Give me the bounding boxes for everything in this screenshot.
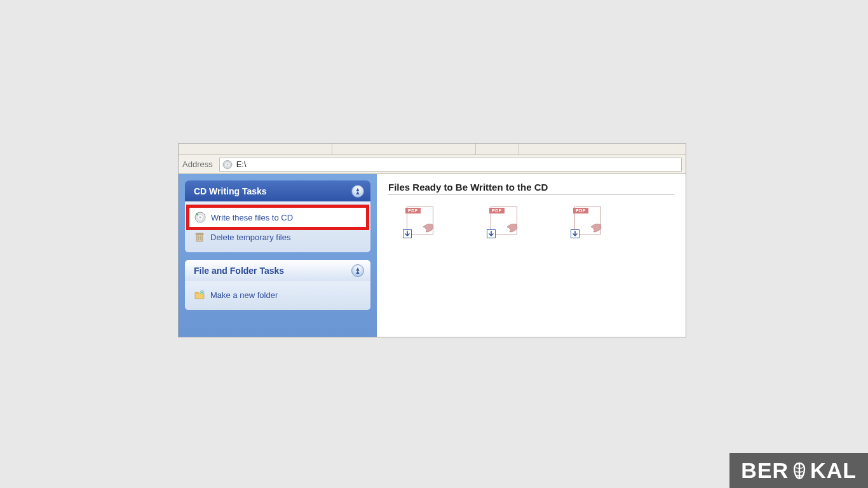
task-label: Make a new folder	[210, 290, 278, 300]
file-item[interactable]: PDF	[400, 207, 440, 237]
collapse-button[interactable]: ▲▲	[351, 264, 364, 277]
content-area: CD Writing Tasks ▲▲	[179, 174, 686, 337]
cd-writing-tasks-panel: CD Writing Tasks ▲▲	[185, 180, 370, 252]
pending-overlay-icon	[403, 229, 412, 238]
cd-write-icon	[194, 212, 206, 223]
pdf-file-icon: PDF	[573, 207, 602, 237]
panel-body: Write these files to CD Delete temporary…	[185, 201, 370, 252]
main-pane[interactable]: Files Ready to Be Written to the CD PDF	[377, 174, 686, 337]
toolbar-segment	[519, 144, 686, 154]
panel-title: File and Folder Tasks	[194, 266, 284, 276]
highlight-annotation: Write these files to CD	[186, 205, 369, 230]
pending-overlay-icon	[487, 229, 496, 238]
files-grid: PDF PDF	[388, 207, 674, 237]
file-folder-tasks-panel: File and Folder Tasks ▲▲	[185, 260, 370, 310]
tasks-sidebar: CD Writing Tasks ▲▲	[179, 174, 377, 337]
panel-body: Make a new folder	[185, 281, 370, 310]
chevron-up-icon: ▲▲	[355, 268, 361, 274]
explorer-window: Address E:\ CD Writing Tasks ▲▲	[178, 143, 686, 337]
chevron-up-icon: ▲▲	[355, 188, 361, 194]
panel-title: CD Writing Tasks	[194, 186, 267, 196]
watermark-text-right: KAL	[810, 458, 857, 483]
section-heading: Files Ready to Be Written to the CD	[388, 182, 674, 195]
svg-point-5	[199, 216, 201, 218]
cd-drive-icon	[222, 159, 233, 170]
address-label: Address	[182, 159, 213, 169]
watermark: BER KAL	[729, 453, 868, 488]
file-item[interactable]: PDF	[567, 207, 608, 237]
task-label: Delete temporary files	[210, 233, 290, 242]
task-write-files-to-cd[interactable]: Write these files to CD	[189, 208, 366, 227]
new-folder-icon	[194, 289, 205, 301]
svg-point-2	[226, 163, 228, 165]
pdf-file-icon: PDF	[489, 207, 519, 237]
toolbar-segment	[476, 144, 519, 154]
panel-header-file[interactable]: File and Folder Tasks ▲▲	[185, 260, 370, 281]
pdf-file-icon: PDF	[405, 207, 435, 237]
brain-glyph-icon	[790, 461, 809, 480]
watermark-text-left: BER	[741, 458, 789, 483]
toolbar-segment	[332, 144, 476, 154]
address-field[interactable]: E:\	[219, 158, 682, 172]
panel-header-cd[interactable]: CD Writing Tasks ▲▲	[185, 180, 370, 201]
svg-rect-7	[196, 233, 203, 235]
toolbar	[179, 144, 686, 155]
address-path: E:\	[236, 159, 247, 169]
svg-rect-6	[196, 234, 203, 241]
pending-overlay-icon	[571, 229, 580, 238]
toolbar-segment	[179, 144, 332, 154]
address-bar: Address E:\	[179, 155, 686, 174]
delete-icon	[194, 231, 205, 243]
file-item[interactable]: PDF	[484, 207, 524, 237]
collapse-button[interactable]: ▲▲	[351, 185, 364, 198]
task-delete-temporary-files[interactable]: Delete temporary files	[190, 228, 365, 246]
task-make-new-folder[interactable]: Make a new folder	[190, 286, 365, 304]
task-label: Write these files to CD	[211, 213, 293, 222]
